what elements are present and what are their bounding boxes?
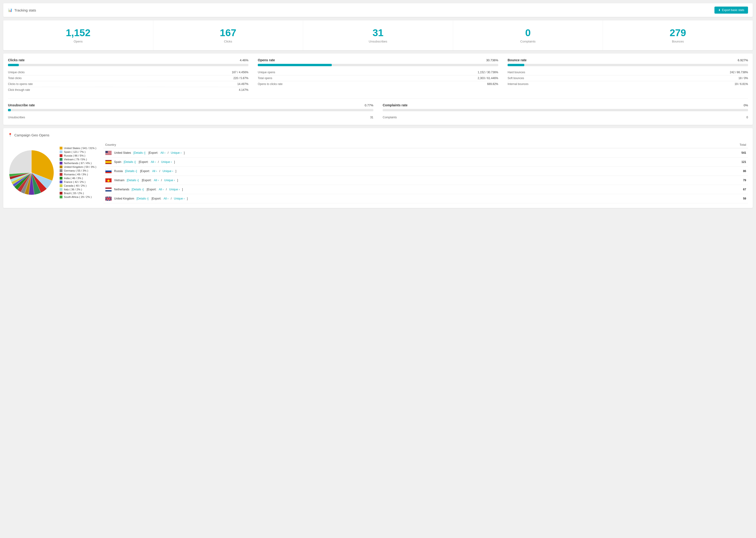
complaints-rate-bar-bg bbox=[383, 109, 748, 111]
total-cell: 121 bbox=[679, 157, 748, 167]
svg-rect-17 bbox=[105, 171, 112, 172]
country-cell: United States [Details ›] [Export: All ›… bbox=[103, 148, 679, 157]
svg-rect-23 bbox=[105, 190, 112, 191]
complaints-rate-section: Complaints rate 0% Complaints0 bbox=[383, 103, 748, 120]
rate-row-label: Clicks to opens rate bbox=[8, 82, 33, 86]
country-name: Vietnam bbox=[114, 179, 125, 182]
export-unique-link[interactable]: Unique › bbox=[161, 160, 172, 164]
unsubscribe-rate-section: Unsubscribe rate 0.77% Unsubscribes31 bbox=[8, 103, 373, 120]
clicks-rate-section: Clicks rate 4.46% Unique clicks167 / 4.4… bbox=[8, 58, 248, 93]
bounce-rate-value: 6.927% bbox=[738, 58, 748, 62]
legend-item: South Africa ( 29 / 2% ) bbox=[60, 195, 96, 198]
rate-row-label: Total opens bbox=[258, 77, 272, 80]
rate-row-label: Complaints bbox=[383, 116, 397, 119]
header-title: 📊 Tracking stats bbox=[8, 8, 36, 12]
legend-color bbox=[60, 147, 63, 149]
rate-row: Total opens2,303 / 61.446% bbox=[258, 75, 498, 81]
rate-row-val: 19 / 6.81% bbox=[735, 82, 748, 86]
legend-item: Italy ( 36 / 2% ) bbox=[60, 188, 96, 191]
rates-card: Clicks rate 4.46% Unique clicks167 / 4.4… bbox=[3, 54, 753, 125]
details-link[interactable]: [Details ›] bbox=[136, 197, 148, 200]
export-button[interactable]: ⬇ Export basic stats bbox=[715, 7, 748, 14]
export-unique-link[interactable]: Unique › bbox=[174, 197, 185, 200]
rates-grid: Clicks rate 4.46% Unique clicks167 / 4.4… bbox=[8, 58, 748, 93]
legend-color bbox=[60, 173, 63, 176]
details-link[interactable]: [Details ›] bbox=[134, 151, 145, 154]
legend-label: Canada ( 40 / 2% ) bbox=[64, 184, 87, 187]
rate-row-val: 2,303 / 61.446% bbox=[478, 77, 498, 80]
rate-row-val: 0 bbox=[746, 116, 748, 119]
rate-row-label: Internal bounces bbox=[508, 82, 528, 86]
export-unique-link[interactable]: Unique › bbox=[162, 170, 173, 173]
country-cell: Netherlands [Details ›] [Export: All › /… bbox=[103, 185, 679, 194]
stat-item: 1,152 Opens bbox=[3, 21, 153, 50]
country-cell: Vietnam [Details ›] [Export: All › / Uni… bbox=[103, 176, 679, 185]
rate-row: Hard bounces242 / 86.738% bbox=[508, 70, 748, 75]
total-cell: 86 bbox=[679, 167, 748, 176]
legend-item: Russia ( 86 / 5% ) bbox=[60, 154, 96, 157]
complaints-rate-title: Complaints rate bbox=[383, 103, 407, 107]
rate-row-label: Opens to clicks rate bbox=[258, 82, 283, 86]
geo-table: Country Total United States bbox=[103, 142, 748, 203]
clicks-rate-value: 4.46% bbox=[240, 58, 248, 62]
col-total: Total bbox=[679, 142, 748, 148]
opens-rate-title: Opens rate bbox=[258, 58, 275, 62]
country-cell: Russia [Details ›] [Export: All › / Uniq… bbox=[103, 167, 679, 176]
bounce-rate-bar-bg bbox=[508, 64, 748, 66]
details-link[interactable]: [Details ›] bbox=[127, 179, 139, 182]
export-all-link[interactable]: All › bbox=[159, 188, 164, 191]
export-all-link[interactable]: All › bbox=[152, 170, 157, 173]
opens-rate-bar-bg bbox=[258, 64, 498, 66]
unsubscribe-rate-value: 0.77% bbox=[365, 103, 373, 107]
legend-item: Vietnam ( 79 / 5% ) bbox=[60, 158, 96, 161]
legend-color bbox=[60, 150, 63, 153]
details-link[interactable]: [Details ›] bbox=[125, 170, 137, 173]
country-name: Russia bbox=[114, 170, 123, 173]
export-all-link[interactable]: All › bbox=[161, 151, 166, 154]
rate-row: Opens to clicks rate689.82% bbox=[258, 81, 498, 87]
rate-row-label: Total clicks bbox=[8, 77, 22, 80]
unsubscribe-rate-title: Unsubscribe rate bbox=[8, 103, 35, 107]
rate-row-label: Unsubscribes bbox=[8, 116, 25, 119]
export-all-link[interactable]: All › bbox=[154, 179, 159, 182]
stat-label: Opens bbox=[8, 40, 148, 43]
export-all-link[interactable]: All › bbox=[164, 197, 169, 200]
export-unique-link[interactable]: Unique › bbox=[169, 188, 180, 191]
geo-title-text: Campaign Geo Opens bbox=[14, 133, 49, 137]
details-link[interactable]: [Details ›] bbox=[124, 160, 136, 164]
legend-color bbox=[60, 188, 63, 191]
clicks-rate-bar-bg bbox=[8, 64, 248, 66]
export-all-link[interactable]: All › bbox=[151, 160, 156, 164]
opens-rate-value: 30.736% bbox=[486, 58, 498, 62]
table-row: Spain [Details ›] [Export: All › / Uniqu… bbox=[103, 157, 748, 167]
legend-color bbox=[60, 158, 63, 161]
export-unique-link[interactable]: Unique › bbox=[171, 151, 182, 154]
stat-item: 167 Clicks bbox=[153, 21, 303, 50]
svg-rect-10 bbox=[105, 154, 112, 154]
svg-rect-21 bbox=[105, 188, 112, 189]
legend-label: Brazil ( 33 / 2% ) bbox=[64, 192, 84, 194]
legend-label: France ( 42 / 2% ) bbox=[64, 181, 85, 183]
rate-row-val: 4.147% bbox=[239, 88, 248, 91]
legend-item: United Kingdom ( 59 / 3% ) bbox=[60, 166, 96, 168]
flag-icon bbox=[105, 196, 112, 201]
rate-row-val: 242 / 86.738% bbox=[730, 71, 748, 74]
legend-label: Romania ( 49 / 3% ) bbox=[64, 173, 88, 176]
table-row: Vietnam [Details ›] [Export: All › / Uni… bbox=[103, 176, 748, 185]
geo-table-container: Country Total United States bbox=[103, 142, 748, 203]
svg-rect-15 bbox=[105, 161, 112, 163]
rate-row: Internal bounces19 / 6.81% bbox=[508, 81, 748, 87]
stat-item: 31 Unsubscribes bbox=[303, 21, 453, 50]
details-link[interactable]: [Details ›] bbox=[132, 188, 144, 191]
export-unique-link[interactable]: Unique › bbox=[164, 179, 175, 182]
legend-label: Vietnam ( 79 / 5% ) bbox=[64, 158, 87, 161]
geo-left: United States ( 541 / 31% ) Spain ( 121 … bbox=[8, 142, 96, 203]
flag-icon bbox=[105, 169, 112, 173]
chart-icon: 📊 bbox=[8, 8, 13, 12]
legend-label: United States ( 541 / 31% ) bbox=[64, 147, 96, 149]
legend-color bbox=[60, 192, 63, 194]
geo-title: 📍 Campaign Geo Opens bbox=[8, 133, 748, 137]
svg-rect-7 bbox=[105, 153, 112, 153]
table-row: Russia [Details ›] [Export: All › / Uniq… bbox=[103, 167, 748, 176]
stat-number: 1,152 bbox=[8, 27, 148, 38]
